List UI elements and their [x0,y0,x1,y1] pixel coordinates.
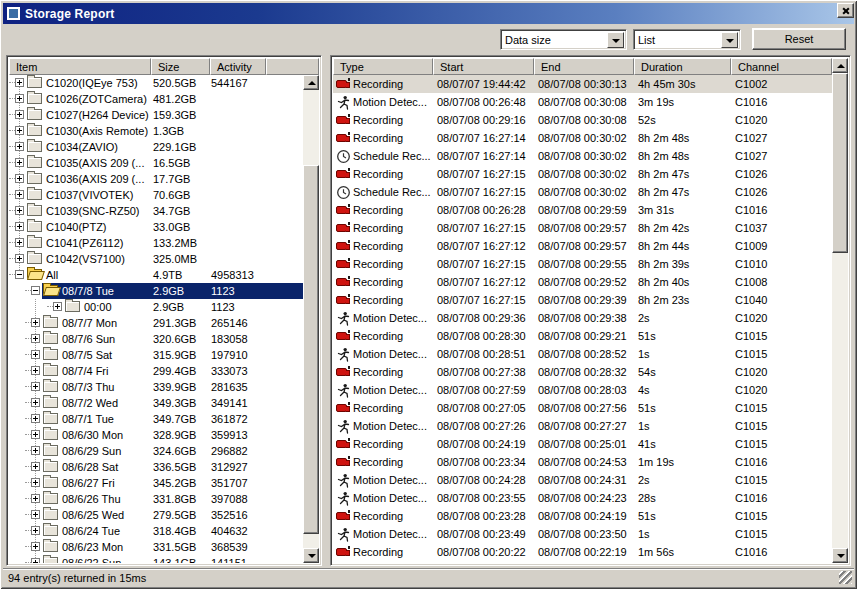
tree-row[interactable]: 08/6/30 Mon 328.9GB 359913 [9,427,303,443]
tree-row[interactable]: C1027(H264 Device) 159.3GB [9,107,303,123]
recording-row[interactable]: Recording 08/07/08 00:27:05 08/07/08 00:… [333,399,832,417]
recording-row[interactable]: Recording 08/07/07 16:27:15 08/07/08 00:… [333,255,832,273]
expander-icon[interactable] [31,462,40,471]
tree-row[interactable]: 08/7/8 Tue 2.9GB 1123 [9,283,303,299]
tree-row[interactable]: 08/6/24 Tue 318.4GB 404632 [9,523,303,539]
expander-icon[interactable] [31,494,40,503]
scroll-down-button[interactable] [303,548,319,563]
expander-icon[interactable] [31,430,40,439]
expander-icon[interactable] [31,286,40,295]
recording-row[interactable]: Motion Detec... 08/07/08 00:27:59 08/07/… [333,381,832,399]
expander-icon[interactable] [31,350,40,359]
scrollbar-thumb[interactable] [832,73,848,253]
recording-row[interactable]: Motion Detec... 08/07/08 00:23:49 08/07/… [333,525,832,543]
recording-row[interactable]: Recording 08/07/07 16:27:15 08/07/08 00:… [333,165,832,183]
tree-row[interactable]: 08/7/2 Wed 349.3GB 349141 [9,395,303,411]
expander-icon[interactable] [15,126,24,135]
scroll-down-button[interactable] [832,548,848,563]
tree-row[interactable]: 08/6/28 Sat 336.5GB 312927 [9,459,303,475]
close-button[interactable] [837,3,854,18]
tree-row[interactable]: 00:00 2.9GB 1123 [9,299,303,315]
scrollbar-track[interactable] [303,90,319,548]
recording-row[interactable]: Motion Detec... 08/07/08 00:27:26 08/07/… [333,417,832,435]
scroll-up-button[interactable] [303,75,319,90]
tree-row[interactable]: 08/7/5 Sat 315.9GB 197910 [9,347,303,363]
recording-row[interactable]: Motion Detec... 08/07/08 00:29:36 08/07/… [333,309,832,327]
tree-row[interactable]: 08/7/4 Fri 299.4GB 333073 [9,363,303,379]
recording-row[interactable]: Recording 08/07/07 16:27:14 08/07/08 00:… [333,129,832,147]
tree-row[interactable]: C1036(AXIS 209 (... 17.7GB [9,171,303,187]
tree-row[interactable]: C1035(AXIS 209 (... 16.5GB [9,155,303,171]
tree-row[interactable]: 08/6/29 Sun 324.6GB 296882 [9,443,303,459]
expander-icon[interactable] [15,206,24,215]
recording-row[interactable]: Recording 08/07/08 00:23:28 08/07/08 00:… [333,507,832,525]
data-size-dropdown[interactable]: Data size [500,29,627,50]
tree-row[interactable]: 08/7/3 Thu 339.9GB 281635 [9,379,303,395]
expander-icon[interactable] [31,318,40,327]
expander-icon[interactable] [15,254,24,263]
tree-row[interactable]: C1039(SNC-RZ50) 34.7GB [9,203,303,219]
recording-row[interactable]: Recording 08/07/07 16:27:15 08/07/08 00:… [333,291,832,309]
tree-row[interactable]: 08/6/22 Sun 143.1GB 141151 [9,555,303,563]
recording-row[interactable]: Recording 08/07/08 00:29:16 08/07/08 00:… [333,111,832,129]
column-header-type[interactable]: Type [333,58,433,75]
expander-icon[interactable] [15,142,24,151]
recording-row[interactable]: Recording 08/07/08 00:26:28 08/07/08 00:… [333,201,832,219]
recording-row[interactable]: Recording 08/07/08 00:20:22 08/07/08 00:… [333,543,832,561]
expander-icon[interactable] [15,270,24,279]
recording-row[interactable]: Recording 08/07/07 16:27:12 08/07/08 00:… [333,237,832,255]
column-header-item[interactable]: Item [9,58,151,75]
resize-grip-icon[interactable] [839,571,852,584]
expander-icon[interactable] [31,398,40,407]
expander-icon[interactable] [15,94,24,103]
tree-row[interactable]: C1026(ZOTCamera) 481.2GB [9,91,303,107]
column-header-activity[interactable]: Activity [210,58,266,75]
expander-icon[interactable] [15,110,24,119]
expander-icon[interactable] [31,366,40,375]
expander-icon[interactable] [15,238,24,247]
data-size-dropdown-button[interactable] [607,32,624,48]
expander-icon[interactable] [53,302,62,311]
recording-row[interactable]: Motion Detec... 08/07/08 00:23:55 08/07/… [333,489,832,507]
expander-icon[interactable] [15,174,24,183]
tree-row[interactable]: C1040(PTZ) 33.0GB [9,219,303,235]
list-scrollbar[interactable] [832,58,848,563]
view-mode-dropdown-button[interactable] [721,32,738,48]
reset-button[interactable]: Reset [752,28,846,50]
recording-row[interactable]: Schedule Rec... 08/07/07 16:27:15 08/07/… [333,183,832,201]
expander-icon[interactable] [31,526,40,535]
tree-row[interactable]: C1037(VIVOTEK) 70.6GB [9,187,303,203]
tree-scrollbar[interactable] [303,75,319,563]
expander-icon[interactable] [15,222,24,231]
tree-row[interactable]: C1020(IQEye 753) 520.5GB 544167 [9,75,303,91]
tree-row[interactable]: C1041(PZ6112) 133.2MB [9,235,303,251]
recording-row[interactable]: Recording 08/07/08 00:23:34 08/07/08 00:… [333,453,832,471]
tree-row[interactable]: 08/6/23 Mon 331.5GB 368539 [9,539,303,555]
column-header-channel[interactable]: Channel [731,58,832,75]
scroll-up-button[interactable] [832,58,848,73]
view-mode-dropdown[interactable]: List [633,29,741,50]
expander-icon[interactable] [31,510,40,519]
expander-icon[interactable] [31,478,40,487]
tree-row[interactable]: All 4.9TB 4958313 [9,267,303,283]
tree-row[interactable]: C1030(Axis Remote) 1.3GB [9,123,303,139]
tree-row[interactable]: C1042(VS7100) 325.0MB [9,251,303,267]
expander-icon[interactable] [31,446,40,455]
scrollbar-thumb[interactable] [303,165,319,534]
expander-icon[interactable] [15,158,24,167]
recording-row[interactable]: Schedule Rec... 08/07/07 16:27:14 08/07/… [333,147,832,165]
recording-row[interactable]: Motion Detec... 08/07/08 00:26:48 08/07/… [333,93,832,111]
recording-row[interactable]: Recording 08/07/07 16:27:12 08/07/08 00:… [333,273,832,291]
recording-row[interactable]: Recording 08/07/08 00:28:30 08/07/08 00:… [333,327,832,345]
expander-icon[interactable] [15,190,24,199]
tree-row[interactable]: 08/7/1 Tue 349.7GB 361872 [9,411,303,427]
recording-row[interactable]: Recording 08/07/08 00:24:19 08/07/08 00:… [333,435,832,453]
column-header-size[interactable]: Size [151,58,210,75]
expander-icon[interactable] [15,78,24,87]
tree-row[interactable]: 08/6/25 Wed 279.5GB 352516 [9,507,303,523]
title-bar[interactable]: Storage Report [3,3,854,24]
tree-row[interactable]: C1034(ZAVIO) 229.1GB [9,139,303,155]
expander-icon[interactable] [31,414,40,423]
expander-icon[interactable] [31,334,40,343]
tree-row[interactable]: 08/7/6 Sun 320.6GB 183058 [9,331,303,347]
